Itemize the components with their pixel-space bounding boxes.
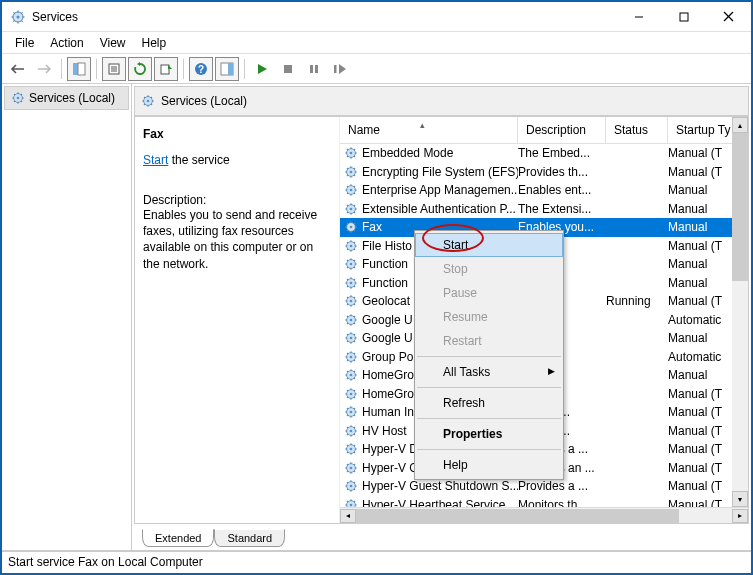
cm-pause: Pause: [415, 281, 563, 305]
cm-start[interactable]: Start: [415, 233, 563, 257]
refresh-button[interactable]: [128, 57, 152, 81]
service-name: File Histo: [362, 239, 412, 253]
service-row[interactable]: Extensible Authentication P... The Exten…: [340, 200, 748, 219]
service-icon: [344, 368, 358, 382]
menu-view[interactable]: View: [92, 33, 134, 53]
service-name: Enterprise App Managemen...: [362, 183, 518, 197]
service-name: Hyper-V Guest Shutdown S...: [362, 479, 518, 493]
menu-action[interactable]: Action: [42, 33, 91, 53]
description-heading: Description:: [143, 193, 329, 207]
col-description[interactable]: Description: [518, 117, 606, 143]
service-icon: [344, 257, 358, 271]
column-headers[interactable]: Name ▴ Description Status Startup Ty: [340, 117, 748, 144]
col-name[interactable]: Name: [340, 117, 518, 143]
menubar: File Action View Help: [2, 32, 751, 54]
export-button[interactable]: [154, 57, 178, 81]
titlebar[interactable]: Services: [2, 2, 751, 32]
detail-action-line: Start the service: [143, 153, 329, 167]
services-icon: [141, 94, 155, 108]
scroll-left-button[interactable]: ◂: [340, 509, 356, 523]
service-name: Human In: [362, 405, 414, 419]
cm-stop: Stop: [415, 257, 563, 281]
service-row[interactable]: Embedded Mode The Embed... Manual (T: [340, 144, 748, 163]
svg-rect-24: [228, 63, 233, 75]
content-area: Services (Local) Services (Local) Fax St…: [2, 84, 751, 551]
submenu-arrow-icon: ▶: [548, 366, 555, 376]
scroll-thumb[interactable]: [356, 509, 679, 523]
cm-properties[interactable]: Properties: [415, 422, 563, 446]
scroll-thumb[interactable]: [732, 133, 748, 281]
sort-indicator-icon: ▴: [420, 120, 425, 130]
svg-text:?: ?: [198, 64, 204, 75]
svg-rect-26: [310, 65, 313, 73]
svg-rect-11: [680, 13, 688, 21]
horizontal-scrollbar[interactable]: ◂ ▸: [340, 507, 748, 523]
scroll-right-button[interactable]: ▸: [732, 509, 748, 523]
service-row[interactable]: Encrypting File System (EFS) Provides th…: [340, 163, 748, 182]
service-description: The Embed...: [518, 146, 606, 160]
cm-all-tasks[interactable]: All Tasks▶: [415, 360, 563, 384]
service-icon: [344, 479, 358, 493]
toolbar: ?: [2, 54, 751, 84]
forward-button[interactable]: [32, 57, 56, 81]
service-name: HomeGro: [362, 387, 414, 401]
cm-restart: Restart: [415, 329, 563, 353]
context-menu[interactable]: Start Stop Pause Resume Restart All Task…: [414, 230, 564, 480]
help-button[interactable]: ?: [189, 57, 213, 81]
svg-rect-28: [334, 65, 337, 73]
tree-pane[interactable]: Services (Local): [2, 84, 132, 550]
service-icon: [344, 442, 358, 456]
tree-root[interactable]: Services (Local): [4, 86, 129, 110]
service-icon: [344, 202, 358, 216]
scroll-up-button[interactable]: ▴: [732, 117, 748, 133]
service-status: Running: [606, 294, 668, 308]
service-name: HV Host: [362, 424, 407, 438]
pause-service-button[interactable]: [302, 57, 326, 81]
tab-extended[interactable]: Extended: [142, 529, 214, 547]
col-status[interactable]: Status: [606, 117, 668, 143]
menu-file[interactable]: File: [7, 33, 42, 53]
start-service-button[interactable]: [250, 57, 274, 81]
service-name: Embedded Mode: [362, 146, 453, 160]
stop-service-button[interactable]: [276, 57, 300, 81]
service-row[interactable]: Enterprise App Managemen... Enables ent.…: [340, 181, 748, 200]
properties-button[interactable]: [102, 57, 126, 81]
close-button[interactable]: [706, 2, 751, 31]
scroll-down-button[interactable]: ▾: [732, 491, 748, 507]
restart-service-button[interactable]: [328, 57, 352, 81]
service-description: Enables ent...: [518, 183, 606, 197]
service-name: Google U: [362, 331, 413, 345]
services-icon: [11, 91, 25, 105]
service-icon: [344, 331, 358, 345]
cm-refresh[interactable]: Refresh: [415, 391, 563, 415]
list-header-bar: Services (Local): [134, 86, 749, 116]
svg-rect-14: [73, 63, 78, 75]
service-name: Group Po: [362, 350, 413, 364]
start-link[interactable]: Start: [143, 153, 168, 167]
show-hide-tree-button[interactable]: [67, 57, 91, 81]
menu-help[interactable]: Help: [134, 33, 175, 53]
service-description: Monitors th...: [518, 498, 606, 507]
detail-panel: Fax Start the service Description: Enabl…: [135, 117, 340, 523]
service-icon: [344, 183, 358, 197]
maximize-button[interactable]: [661, 2, 706, 31]
service-icon: [344, 239, 358, 253]
service-row[interactable]: Hyper-V Heartbeat Service Monitors th...…: [340, 496, 748, 508]
service-name: Extensible Authentication P...: [362, 202, 516, 216]
tab-standard[interactable]: Standard: [214, 529, 285, 547]
action-pane-button[interactable]: [215, 57, 239, 81]
service-icon: [344, 165, 358, 179]
service-icon: [344, 424, 358, 438]
minimize-button[interactable]: [616, 2, 661, 31]
service-icon: [344, 387, 358, 401]
service-icon: [344, 276, 358, 290]
services-window: Services File Action View Help ?: [0, 0, 753, 575]
service-description: Provides a ...: [518, 479, 606, 493]
svg-rect-15: [78, 63, 85, 75]
selected-service-name: Fax: [143, 127, 329, 141]
service-icon: [344, 461, 358, 475]
vertical-scrollbar[interactable]: ▴ ▾: [732, 117, 748, 507]
back-button[interactable]: [6, 57, 30, 81]
cm-help[interactable]: Help: [415, 453, 563, 477]
view-tabs: Extended Standard: [134, 526, 749, 548]
